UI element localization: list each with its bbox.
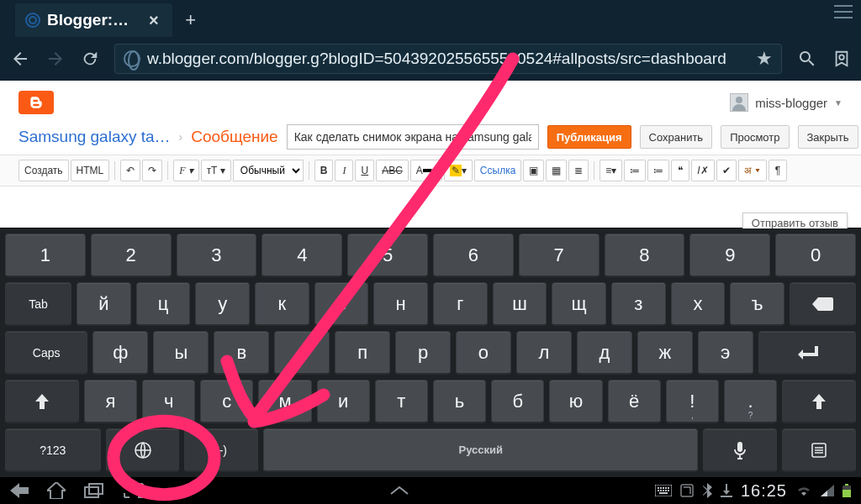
browser-menu-icon[interactable] (834, 5, 853, 18)
key-щ[interactable]: щ (552, 282, 606, 326)
key-voice[interactable] (703, 428, 777, 472)
key-emoticon[interactable]: :-) (184, 428, 258, 472)
key-7[interactable]: 7 (519, 234, 600, 277)
compose-tab[interactable]: Создать (18, 160, 69, 181)
key-и[interactable]: и (317, 380, 370, 423)
undo-icon[interactable]: ↶ (120, 160, 140, 181)
key-к[interactable]: к (255, 282, 309, 326)
key-0[interactable]: 0 (775, 234, 856, 277)
key-1[interactable]: 1 (5, 234, 86, 277)
search-icon[interactable] (797, 49, 817, 69)
key-о[interactable]: о (456, 331, 511, 375)
editor-body[interactable] (0, 186, 861, 223)
breadcrumb-blog[interactable]: Samsung galaxy ta… (18, 128, 171, 146)
key-language[interactable] (106, 428, 180, 472)
reload-button[interactable] (81, 50, 99, 68)
key-д[interactable]: д (577, 331, 632, 375)
key-ч[interactable]: ч (142, 380, 195, 423)
key-3[interactable]: 3 (177, 234, 257, 277)
account-menu[interactable]: miss-blogger ▼ (730, 93, 843, 112)
key-ф[interactable]: ф (92, 331, 148, 375)
key-ц[interactable]: ц (136, 282, 191, 326)
key-backspace[interactable] (790, 282, 856, 326)
list-ol-button[interactable]: ≔ (624, 160, 646, 181)
key-е[interactable]: е (314, 282, 369, 326)
key-punct[interactable]: .? (724, 380, 777, 423)
new-tab-button[interactable]: + (172, 3, 209, 37)
key-с[interactable]: с (200, 380, 253, 423)
key-space[interactable]: Русский (263, 428, 698, 472)
image-button[interactable]: ▣ (523, 160, 544, 181)
expand-up-icon[interactable] (389, 486, 409, 496)
publish-button[interactable]: Публикация (547, 125, 631, 149)
key-tab[interactable]: Tab (5, 282, 71, 326)
browser-tab[interactable]: Blogger:… × (15, 3, 172, 37)
key-э[interactable]: э (698, 331, 753, 375)
nav-home-soft[interactable] (47, 482, 66, 499)
key-settings[interactable] (782, 428, 856, 472)
key-ж[interactable]: ж (637, 331, 693, 375)
key-ш[interactable]: ш (493, 282, 547, 326)
tab-close-icon[interactable]: × (149, 11, 159, 30)
bold-button[interactable]: B (314, 160, 334, 181)
blogger-logo[interactable] (18, 91, 54, 114)
key-г[interactable]: г (433, 282, 488, 326)
key-а[interactable]: а (274, 331, 330, 375)
key-р[interactable]: р (395, 331, 451, 375)
preview-button[interactable]: Просмотр (721, 125, 789, 149)
bookmarks-icon[interactable] (832, 49, 851, 69)
nav-back-soft[interactable] (10, 483, 29, 498)
key-shift-left[interactable] (5, 380, 79, 423)
key-л[interactable]: л (516, 331, 572, 375)
font-size-select[interactable]: тТ ▾ (201, 160, 231, 181)
back-button[interactable] (10, 49, 30, 69)
video-button[interactable]: ▦ (546, 160, 567, 181)
key-enter[interactable] (758, 331, 856, 375)
key-5[interactable]: 5 (347, 234, 428, 277)
key-я[interactable]: я (84, 380, 137, 423)
jump-break-icon[interactable]: ≣ (568, 160, 589, 181)
key-ь[interactable]: ь (433, 380, 486, 423)
nav-recent-soft[interactable] (84, 483, 104, 498)
key-caps[interactable]: Caps (5, 331, 87, 375)
key-ё[interactable]: ё (608, 380, 661, 423)
key-й[interactable]: й (77, 282, 131, 326)
ltr-rtl-button[interactable]: ¶ (769, 160, 787, 181)
key-б[interactable]: б (491, 380, 544, 423)
key-4[interactable]: 4 (261, 234, 342, 277)
key-2[interactable]: 2 (91, 234, 172, 277)
highlight-button[interactable]: ✎▾ (444, 160, 473, 181)
redo-icon[interactable]: ↷ (142, 160, 162, 181)
link-button[interactable]: Ссылка (474, 160, 521, 181)
key-п[interactable]: п (335, 331, 390, 375)
key-в[interactable]: в (214, 331, 269, 375)
key-symbols[interactable]: ?123 (5, 428, 101, 472)
remove-format-button[interactable]: I✗ (691, 160, 714, 181)
spellcheck-button[interactable]: ✔ (716, 160, 737, 181)
key-х[interactable]: х (671, 282, 726, 326)
key-з[interactable]: з (611, 282, 666, 326)
breadcrumb-section[interactable]: Сообщение (191, 128, 277, 146)
key-6[interactable]: 6 (433, 234, 514, 277)
bookmark-star-icon[interactable]: ★ (756, 48, 773, 70)
key-shift-right[interactable] (782, 380, 856, 423)
underline-button[interactable]: U (355, 160, 374, 181)
align-button[interactable]: ≡▾ (600, 160, 622, 181)
key-у[interactable]: у (195, 282, 250, 326)
key-ю[interactable]: ю (549, 380, 602, 423)
strike-button[interactable]: ABC (376, 160, 409, 181)
save-button[interactable]: Сохранить (640, 125, 713, 149)
nav-screenshot-soft[interactable] (123, 482, 145, 499)
list-ul-button[interactable]: ≔ (647, 160, 669, 181)
key-м[interactable]: м (258, 380, 311, 423)
key-н[interactable]: н (373, 282, 428, 326)
text-color-button[interactable]: A▾ (410, 160, 442, 181)
key-punct[interactable]: !, (666, 380, 719, 423)
post-title-input[interactable] (287, 124, 539, 150)
italic-button[interactable]: I (335, 160, 353, 181)
key-9[interactable]: 9 (689, 234, 770, 277)
quote-button[interactable]: ❝ (671, 160, 689, 181)
key-т[interactable]: т (375, 380, 428, 423)
transliteration-button[interactable]: अ ▾ (738, 160, 767, 181)
key-ъ[interactable]: ъ (730, 282, 784, 326)
